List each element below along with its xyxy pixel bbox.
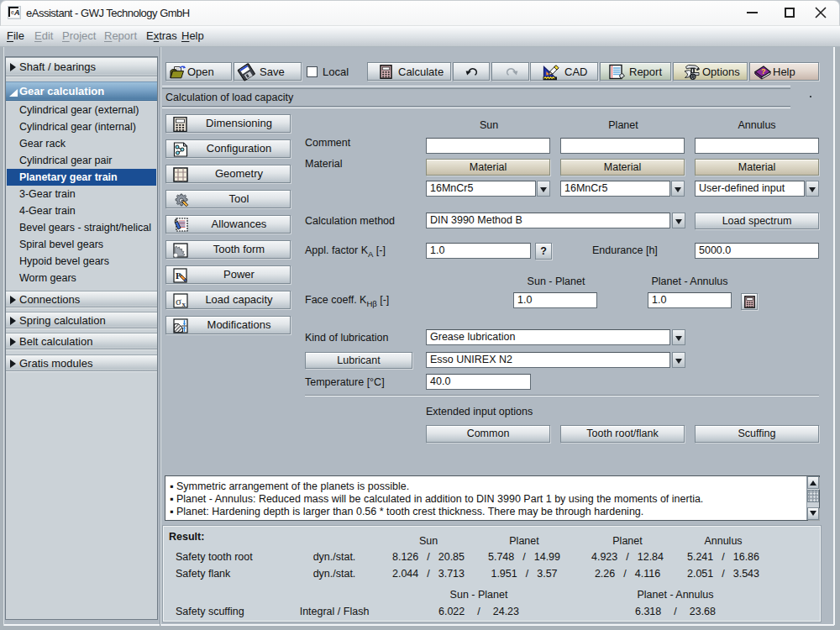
svg-text:σ: σ	[176, 295, 181, 307]
svg-text:x: x	[182, 300, 186, 308]
svg-text:?: ?	[761, 67, 766, 76]
